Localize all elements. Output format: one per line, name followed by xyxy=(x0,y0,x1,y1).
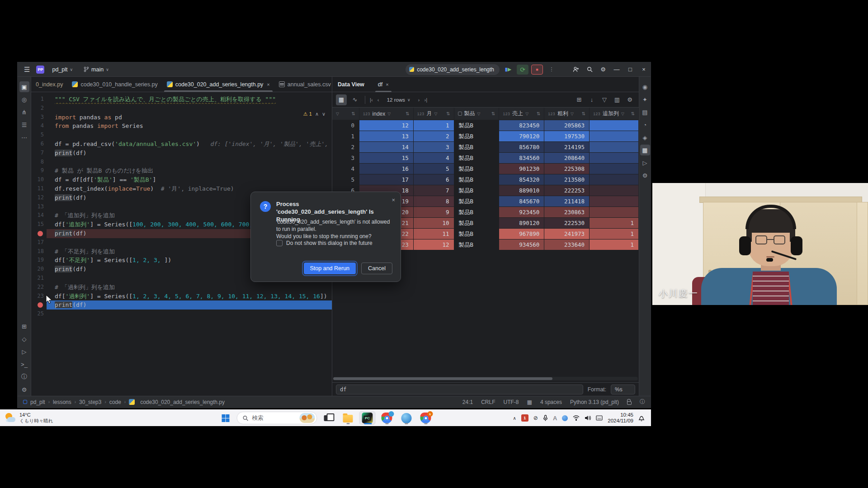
horizontal-scrollbar[interactable] xyxy=(333,377,638,380)
export-icon[interactable]: ↓ xyxy=(586,94,597,105)
taskbar-clock[interactable]: 10:45 2024/11/09 xyxy=(608,412,633,424)
breadcrumb-item[interactable]: 30_step3 xyxy=(79,399,101,405)
row-header-cell[interactable]: ▽⇅ xyxy=(332,108,359,120)
table-cell[interactable]: 製品B xyxy=(454,196,500,207)
notifications-icon[interactable]: ◉ xyxy=(640,81,650,92)
tray-overflow-chevron[interactable]: ∧ xyxy=(513,416,516,421)
table-cell[interactable]: 834560 xyxy=(499,153,544,164)
table-cell[interactable]: 233640 xyxy=(544,239,590,250)
table-cell[interactable]: 12 xyxy=(414,239,454,250)
table-cell[interactable]: 222253 xyxy=(544,185,590,196)
column-header-売上[interactable]: 123売上▽⇅ xyxy=(499,108,544,120)
table-cell[interactable]: 13 xyxy=(359,131,414,142)
task-view-button[interactable] xyxy=(321,411,337,425)
table-cell[interactable]: 1 xyxy=(590,218,639,229)
pull-requests-icon[interactable]: ⋔ xyxy=(19,107,29,117)
data-view-icon[interactable]: ▦ xyxy=(640,145,650,155)
python-packages-icon[interactable]: ⊞ xyxy=(19,321,29,332)
table-cell[interactable]: 7 xyxy=(414,185,454,196)
more-tool-windows-icon[interactable]: ⋯ xyxy=(19,132,29,143)
structure-icon[interactable]: ☰ xyxy=(19,119,29,130)
ime-mode-indicator[interactable]: A xyxy=(553,415,557,422)
code-line-8[interactable]: 8 xyxy=(31,158,333,167)
column-header-粗利[interactable]: 123粗利▽⇅ xyxy=(544,108,590,120)
commit-icon[interactable]: ◎ xyxy=(19,94,29,105)
table-cell[interactable] xyxy=(590,196,639,207)
filter-funnel-icon[interactable]: ▽ xyxy=(336,112,339,116)
table-cell[interactable]: 213580 xyxy=(544,174,590,185)
table-cell[interactable]: 製品B xyxy=(454,185,500,196)
chrome-taskbar-button-2[interactable]: k xyxy=(418,411,434,425)
scrollbar-thumb[interactable] xyxy=(333,377,552,380)
expression-input[interactable]: df xyxy=(336,385,583,394)
close-tab-icon[interactable]: × xyxy=(386,82,388,87)
table-cell[interactable]: 854320 xyxy=(499,174,544,185)
filter-icon[interactable]: ▽ xyxy=(599,94,610,105)
breakpoint-icon[interactable] xyxy=(38,231,43,236)
filter-funnel-icon[interactable]: ▽ xyxy=(387,112,391,116)
table-cell[interactable]: 890120 xyxy=(499,218,544,229)
table-cell[interactable] xyxy=(590,174,639,185)
start-button[interactable] xyxy=(217,411,234,425)
code-line-7[interactable]: 7print(df) xyxy=(31,149,333,158)
filter-funnel-icon[interactable]: ▽ xyxy=(621,112,624,116)
status-item[interactable]: Python 3.13 (pd_plt) xyxy=(570,399,619,405)
table-cell[interactable]: 889010 xyxy=(499,185,544,196)
row-number[interactable]: 2 xyxy=(332,142,359,153)
table-cell[interactable]: 製品B xyxy=(454,229,500,239)
rerun-button[interactable]: ⟳ xyxy=(517,65,528,75)
inspections-widget[interactable]: ⚠ 1 ∧ ∨ xyxy=(301,110,328,118)
settings-sliders-icon[interactable]: ⚙ xyxy=(640,170,650,181)
table-cell[interactable]: 9 xyxy=(414,207,454,218)
code-line-6[interactable]: 6df = pd.read_csv('data/annual_sales.csv… xyxy=(31,140,333,149)
code-line-5[interactable]: 5 xyxy=(31,131,333,140)
run-dashboard-icon[interactable]: ▷ xyxy=(640,157,650,168)
column-header-index[interactable]: 123index▽⇅ xyxy=(359,108,414,120)
sort-icon[interactable]: ⇅ xyxy=(406,111,409,116)
table-cell[interactable]: 1 xyxy=(590,229,639,239)
prev-problem-icon[interactable]: ∧ xyxy=(315,111,319,117)
code-with-me-button[interactable] xyxy=(569,62,583,77)
table-cell[interactable]: 923450 xyxy=(499,207,544,218)
table-cell[interactable]: 3 xyxy=(414,142,454,153)
editor-tab-0_index.py[interactable]: 0_index.py xyxy=(31,77,67,92)
table-cell[interactable] xyxy=(590,142,639,153)
table-cell[interactable]: 214195 xyxy=(544,142,590,153)
first-page-button[interactable]: |‹ xyxy=(370,97,373,103)
table-cell[interactable]: 製品B xyxy=(454,218,500,229)
options-icon[interactable]: ⚙ xyxy=(624,94,635,105)
breakpoint-icon[interactable] xyxy=(38,302,43,308)
terminal-icon[interactable]: >_ xyxy=(19,359,29,370)
volume-icon[interactable] xyxy=(585,415,591,421)
sciview-icon[interactable]: ◈ xyxy=(640,132,650,143)
table-cell[interactable]: 197530 xyxy=(544,131,590,142)
table-cell[interactable]: 製品B xyxy=(454,239,500,250)
checkbox-icon[interactable] xyxy=(276,240,283,246)
status-item[interactable]: UTF-8 xyxy=(504,399,519,405)
code-line-22[interactable]: 22# 「過剰列」列を追加 xyxy=(31,283,333,292)
table-cell[interactable]: 製品B xyxy=(454,142,500,153)
sort-icon[interactable]: ⇅ xyxy=(491,111,495,116)
table-cell[interactable]: 225308 xyxy=(544,164,590,174)
version-control-icon[interactable]: ⚙ xyxy=(19,384,29,395)
more-run-actions-button[interactable]: ⋮ xyxy=(546,65,557,75)
prev-page-button[interactable]: ‹ xyxy=(377,97,379,103)
filter-funnel-icon[interactable]: ▽ xyxy=(525,112,528,116)
row-number[interactable]: 0 xyxy=(332,120,359,131)
table-cell[interactable]: 790120 xyxy=(499,131,544,142)
weather-widget[interactable]: 14°C くもり時々晴れ xyxy=(0,412,90,424)
chrome-taskbar-button-1[interactable] xyxy=(379,411,395,425)
file-explorer-button[interactable] xyxy=(340,411,356,425)
pycharm-taskbar-button[interactable]: PC xyxy=(359,411,376,425)
table-cell[interactable]: 17 xyxy=(359,174,414,185)
search-everywhere-button[interactable] xyxy=(583,62,596,77)
table-cell[interactable]: 12 xyxy=(359,120,414,131)
table-cell[interactable]: 4 xyxy=(414,153,454,164)
lock-icon[interactable] xyxy=(627,401,632,405)
dont-show-again-checkbox[interactable]: Do not show this dialog in the future xyxy=(276,240,373,246)
table-cell[interactable]: 208640 xyxy=(544,153,590,164)
code-line-1[interactable]: 1""" CSV ファイルを読み込んで、月ごとの製品ごとの売上、粗利を取得する … xyxy=(31,95,333,104)
project-selector[interactable]: pd_plt ∨ xyxy=(49,65,76,74)
taskbar-search-input[interactable]: 検索 xyxy=(237,412,317,424)
ai-assistant-icon[interactable]: ✦ xyxy=(640,94,650,105)
